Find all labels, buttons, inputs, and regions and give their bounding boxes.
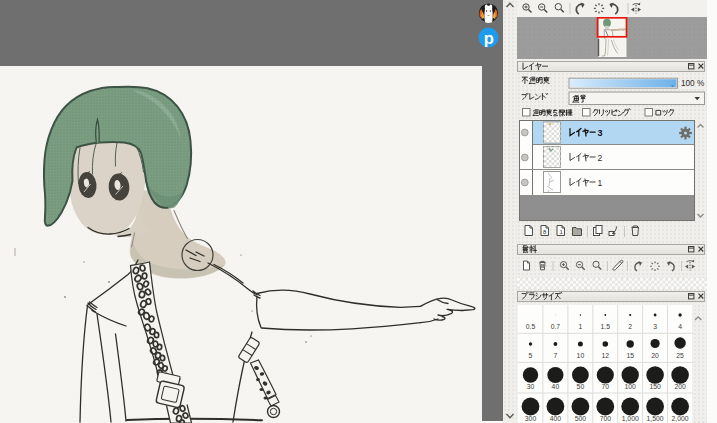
- svg-text:2,000: 2,000: [671, 415, 688, 422]
- svg-text:7: 7: [553, 352, 557, 359]
- svg-text:200: 200: [674, 383, 686, 390]
- svg-text:300: 300: [524, 415, 536, 422]
- svg-text:25: 25: [676, 352, 684, 359]
- svg-text:12: 12: [601, 352, 609, 359]
- svg-text:1,500: 1,500: [646, 415, 663, 422]
- svg-text:4: 4: [678, 323, 682, 330]
- svg-text:400: 400: [549, 415, 561, 422]
- svg-text:50: 50: [576, 383, 584, 390]
- svg-text:1: 1: [598, 178, 603, 188]
- svg-text:700: 700: [599, 415, 611, 422]
- svg-text:0.5: 0.5: [525, 323, 535, 330]
- svg-text:150: 150: [649, 383, 661, 390]
- svg-text:0.7: 0.7: [550, 323, 560, 330]
- svg-text:30: 30: [526, 383, 534, 390]
- svg-text:5: 5: [528, 352, 532, 359]
- svg-text:100 %: 100 %: [681, 79, 704, 88]
- svg-text:p: p: [484, 29, 494, 47]
- svg-text:2: 2: [628, 323, 632, 330]
- svg-text:1: 1: [578, 323, 582, 330]
- svg-text:10: 10: [576, 352, 584, 359]
- svg-text:70: 70: [601, 383, 609, 390]
- svg-text:1,000: 1,000: [621, 415, 638, 422]
- svg-text:2: 2: [598, 153, 603, 163]
- svg-text:15: 15: [626, 352, 634, 359]
- svg-text:3: 3: [653, 323, 657, 330]
- svg-text:500: 500: [574, 415, 586, 422]
- svg-text:20: 20: [651, 352, 659, 359]
- svg-text:40: 40: [551, 383, 559, 390]
- svg-text:100: 100: [624, 383, 636, 390]
- svg-text:3: 3: [598, 128, 603, 138]
- svg-text:1.5: 1.5: [600, 323, 610, 330]
